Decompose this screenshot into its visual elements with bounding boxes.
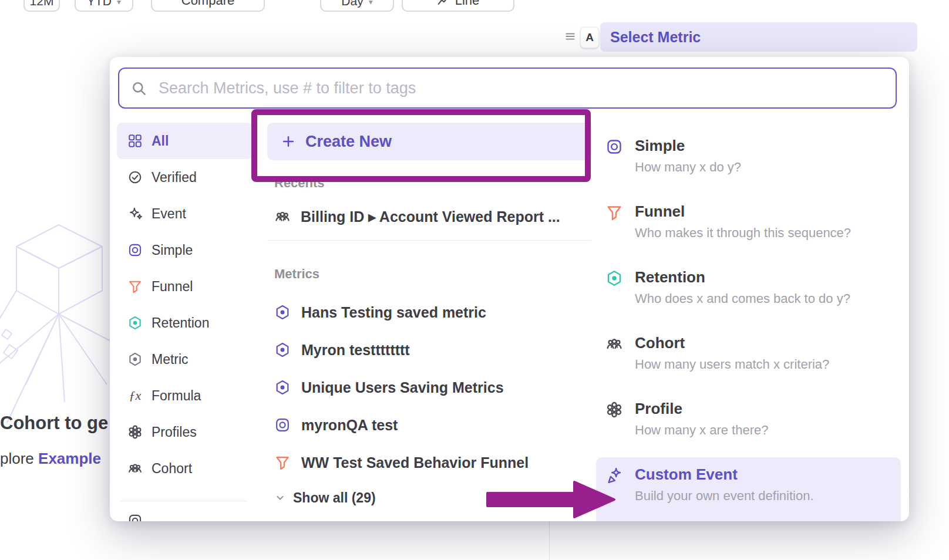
select-metric-button[interactable]: Select Metric [600,22,917,52]
cohort-people-icon [127,461,143,476]
metric-item-label: WW Test Saved Behavior Funnel [301,454,529,471]
interval-day-button[interactable]: Day ▾ [320,0,394,12]
metric-type-column: Simple How many x do y? Funnel Who makes… [596,123,901,521]
saved-metric-item[interactable]: Hans Testing saved metric [267,294,591,331]
example-boards-link[interactable]: Example [38,450,101,467]
recent-metric-item[interactable]: Billing ID ▸ Account Viewed Report ... [267,200,591,233]
range-ytd-button[interactable]: YTD ▾ [75,0,133,12]
series-a-badge[interactable]: A [580,27,599,48]
subtext-fragment: plore [0,450,34,467]
metric-type-simple[interactable]: Simple How many x do y? [596,129,901,194]
sidebar-item-partial[interactable] [117,511,253,521]
saved-metric-item[interactable]: Unique Users Saving Metrics [267,369,591,406]
show-all-button[interactable]: Show all (29) [267,486,591,510]
funnel-icon [127,279,143,294]
select-metric-label: Select Metric [610,29,701,46]
search-icon [131,80,147,96]
recents-header: Recents [274,176,591,191]
empty-state-subtext: plore Example [0,450,101,468]
type-description: How many x do y? [635,160,741,175]
chevron-down-icon: ▾ [369,0,373,8]
button-label: Day [341,0,363,8]
type-title: Profile [635,400,768,417]
drag-handle-icon[interactable] [564,31,576,42]
metric-item-label: Hans Testing saved metric [301,304,486,321]
sidebar-item-label: Simple [152,242,193,258]
type-description: How many x are there? [635,423,768,438]
search-box [118,68,897,109]
metrics-header: Metrics [274,266,591,282]
simple-metric-icon [274,417,291,433]
sidebar-item-label: Profiles [152,424,197,440]
simple-metric-icon [127,242,143,258]
cohort-people-icon [274,208,291,225]
search-input[interactable] [157,79,884,98]
type-description: Build your own event definition. [635,488,814,504]
retention-icon [127,315,143,330]
sidebar-item-formula[interactable]: ƒx Formula [117,377,253,414]
saved-metric-item[interactable]: myronQA test [267,406,591,444]
create-new-label: Create New [305,133,392,151]
button-label: Line [455,0,480,8]
metric-item-label: Myron testttttttt [301,342,410,359]
grid-icon [127,133,143,149]
cohort-people-icon [605,335,623,353]
button-label: YTD [87,0,112,8]
show-all-label: Show all (29) [293,490,376,506]
metric-item-label: myronQA test [301,417,398,434]
section-divider [267,240,591,241]
sidebar-item-label: Retention [152,315,209,331]
metric-hexagon-icon [127,352,143,367]
profiles-flower-icon [127,424,143,440]
metric-type-funnel[interactable]: Funnel Who makes it through this sequenc… [596,194,901,260]
sidebar-divider [120,501,247,501]
type-description: Who makes it through this sequence? [635,225,851,241]
sidebar-item-label: Metric [152,352,189,367]
sidebar-item-verified[interactable]: Verified [117,159,253,195]
button-label: Compare [181,0,234,8]
sidebar-item-funnel[interactable]: Funnel [117,268,253,305]
sidebar-item-cohort[interactable]: Cohort [117,450,253,487]
sidebar-item-label: All [152,133,169,149]
metric-results-column: Create New Recents Billing ID ▸ Account … [267,123,591,510]
plus-icon [281,134,295,149]
sidebar-item-event[interactable]: Event [117,195,253,232]
sidebar-item-retention[interactable]: Retention [117,305,253,341]
type-title: Custom Event [635,465,814,483]
metric-hexagon-icon [274,304,291,321]
button-label: 12M [30,0,54,8]
metric-type-cohort[interactable]: Cohort How many users match x criteria? [596,326,901,392]
simple-metric-icon [605,138,623,156]
empty-state-heading: Cohort to ge [0,413,108,434]
sidebar-item-all[interactable]: All [117,123,253,159]
chevron-down-icon [274,492,286,504]
sidebar-item-profiles[interactable]: Profiles [117,414,253,450]
type-title: Simple [635,137,741,154]
type-title: Cohort [635,334,829,352]
sidebar-item-label: Verified [152,170,197,185]
metric-type-retention[interactable]: Retention Who does x and comes back to d… [596,260,901,326]
sidebar-item-label: Funnel [152,279,193,295]
line-chart-icon [437,0,450,7]
metric-picker-modal: All Verified Event Simple Funnel Retenti… [110,57,909,521]
sidebar-item-simple[interactable]: Simple [117,232,253,268]
create-new-button[interactable]: Create New [267,123,591,160]
chart-type-line-button[interactable]: Line [402,0,514,12]
saved-metrics-list: Hans Testing saved metric Myron testtttt… [267,294,591,481]
sidebar-item-metric[interactable]: Metric [117,341,253,377]
verified-badge-icon [127,170,143,185]
metric-type-profile[interactable]: Profile How many x are there? [596,392,901,457]
event-sparkle-icon [127,206,143,221]
metric-type-custom-event[interactable]: Custom Event Build your own event defini… [596,457,901,521]
type-description: Who does x and comes back to do y? [635,291,850,306]
funnel-icon [274,454,291,471]
sidebar-item-label: Cohort [152,461,192,477]
range-12m-button[interactable]: 12M [23,0,60,12]
compare-button[interactable]: Compare [151,0,265,12]
type-title: Funnel [635,203,851,220]
metric-item-label: Unique Users Saving Metrics [301,379,504,396]
metric-hexagon-icon [274,379,291,396]
saved-metric-item[interactable]: Myron testttttttt [267,331,591,369]
saved-metric-item[interactable]: WW Test Saved Behavior Funnel [267,444,591,481]
retention-icon [605,269,623,287]
